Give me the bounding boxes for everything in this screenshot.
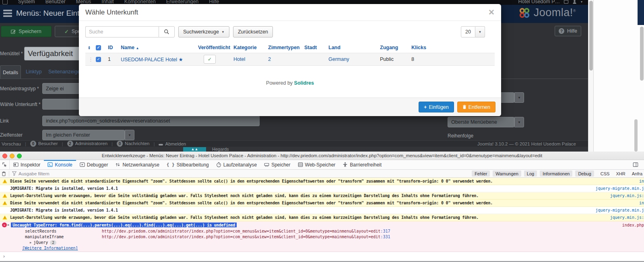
pencil-square-icon <box>11 29 16 34</box>
tab-netzwerkanalyse[interactable]: Netzwerkanalyse <box>111 160 163 169</box>
filter-informationen-button[interactable]: Informationen <box>540 171 572 177</box>
filter-anfragen-button[interactable]: Anfra <box>632 171 642 176</box>
parent-menu-select[interactable]: Oberste Menüebene <box>448 117 514 127</box>
filter-debug-button[interactable]: Debug <box>575 171 594 177</box>
page-size-select[interactable]: 20 ▼ <box>461 26 485 37</box>
console-source-link[interactable]: jquery-migrate.min.j <box>596 186 644 191</box>
save-button[interactable]: Speichern <box>1 26 52 37</box>
column-country[interactable]: Land <box>328 45 380 50</box>
background-window-header <box>638 0 644 25</box>
caret-down-icon[interactable]: ▼ <box>125 130 134 140</box>
row-checkbox[interactable] <box>96 57 101 62</box>
stack-frame: manipulateIframehttp://dev.priedom.com/a… <box>0 234 644 240</box>
close-icon[interactable]: ✕ <box>488 8 495 17</box>
window-zoom-button[interactable] <box>17 154 22 158</box>
tab-web-speicher[interactable]: Web-Speicher <box>294 160 339 169</box>
clear-console-icon[interactable] <box>2 171 6 176</box>
tab-konsole[interactable]: Konsole <box>44 160 76 169</box>
tab-stilbearbeitung[interactable]: { } Stilbearbeitung <box>163 160 213 169</box>
network-icon <box>115 162 120 167</box>
row-category-link[interactable]: Hotel <box>233 56 268 62</box>
scrollbar-thumb[interactable] <box>589 1 593 71</box>
window-minimize-button[interactable] <box>10 154 14 158</box>
console-source-link[interactable]: in <box>639 201 644 205</box>
console-source-link[interactable]: jquery-migrate.min.j <box>596 208 644 212</box>
console-output: ! Diese Seite verwendet die nicht standa… <box>0 178 644 261</box>
column-name[interactable]: Name ▲ <box>121 45 198 50</box>
stack-source-link[interactable]: http://dev.priedom.com/administrator/ind… <box>102 235 380 239</box>
column-id[interactable]: ID <box>108 45 121 50</box>
column-category[interactable]: Kategorie <box>233 45 268 50</box>
remove-button[interactable]: Entfernen <box>457 102 495 112</box>
statusbar-admins[interactable]: 2Administratoren <box>67 141 108 147</box>
filter-warnungen-button[interactable]: Warnungen <box>493 171 521 177</box>
reset-button[interactable]: Zurücksetzen <box>233 26 273 37</box>
column-city[interactable]: Stadt <box>304 45 328 50</box>
menubar-item-system[interactable]: System <box>18 0 35 4</box>
background-scrollbar-thumb[interactable] <box>634 119 638 152</box>
stack-frame: selectRecordshttp://dev.priedom.com/admi… <box>0 229 644 234</box>
target-window-select[interactable]: Im gleichen Fenster <box>42 130 125 140</box>
console-source-link[interactable]: in <box>639 179 644 183</box>
search-tools-button[interactable]: Suchwerkzeuge ▼ <box>178 26 229 37</box>
tab-linktyp[interactable]: Linktyp <box>26 69 42 75</box>
tab-laufzeitanalyse[interactable]: Laufzeitanalyse <box>213 160 260 169</box>
browser-scrollbar[interactable] <box>588 0 593 152</box>
tab-debugger[interactable]: Debugger <box>76 160 112 169</box>
column-roomtypes[interactable]: Zimmertypen <box>268 45 304 50</box>
select-all-checkbox[interactable] <box>96 45 101 50</box>
background-scrollbar-thumb[interactable] <box>640 27 644 81</box>
column-clicks[interactable]: Klicks <box>411 45 495 50</box>
error-source-link[interactable]: index.php <box>622 223 644 227</box>
tab-speicher[interactable]: Speicher <box>260 160 294 169</box>
column-access[interactable]: Zugang <box>380 45 411 50</box>
memory-icon <box>264 162 269 167</box>
more-information-link[interactable]: [Weitere Informationen] <box>22 246 78 250</box>
tab-barrierefreiheit[interactable]: Barrierefreiheit <box>339 160 385 169</box>
insert-button[interactable]: +Einfügen <box>419 102 454 112</box>
console-message-text: Diese Seite verwendet die nicht standard… <box>10 179 639 183</box>
caret-down-icon[interactable]: ▼ <box>514 92 524 103</box>
tab-inspektor[interactable]: Inspektor <box>10 160 44 169</box>
statusbar-visitors[interactable]: 0Besucher <box>30 141 58 147</box>
stack-source-link[interactable]: http://dev.priedom.com/administrator/ind… <box>102 229 380 233</box>
filter-log-button[interactable]: Log <box>524 171 537 177</box>
row-access: Public <box>380 56 411 62</box>
link-input[interactable]: index.php?option=com_solidres&view=reser… <box>42 116 260 126</box>
column-published[interactable]: Veröffentlicht <box>198 45 233 50</box>
console-warning-row: ! Layout-Darstellung wurde erzwungen, be… <box>0 192 644 200</box>
solidres-link[interactable]: Solidres <box>294 80 314 86</box>
search-input[interactable] <box>85 26 159 37</box>
console-input-row[interactable]: › <box>0 252 644 261</box>
row-roomtypes-link[interactable]: 2 <box>268 56 304 62</box>
filter-fehler-button[interactable]: Fehler <box>472 171 490 177</box>
tab-details[interactable]: Details <box>0 65 21 79</box>
menubar-site-link[interactable]: Hotel Usedom P… <box>518 0 560 4</box>
console-log-row: JQMIGRATE: Migrate is installed, version… <box>0 185 644 192</box>
filter-xhr-button[interactable]: XHR <box>616 171 625 176</box>
statusbar-logout[interactable]: Abmelden <box>159 141 186 146</box>
sort-icon[interactable]: ▲▼ <box>85 46 96 50</box>
row-name-link[interactable]: USEDOM-PALACE Hotel ★ <box>121 56 198 62</box>
statusbar-messages[interactable]: 0Nachrichten <box>117 141 149 147</box>
caret-down-icon[interactable]: ▼ <box>514 117 524 127</box>
console-source-link[interactable]: jquery.min.js: <box>610 215 644 220</box>
row-country-link[interactable]: Germany <box>328 56 380 62</box>
filter-css-button[interactable]: CSS <box>601 171 610 176</box>
warning-icon: ! <box>2 215 8 220</box>
help-button[interactable]: ? Hilfe <box>555 26 581 36</box>
search-button[interactable] <box>159 26 175 37</box>
menu-item-type-label: Menüeintragstyp * <box>0 86 39 91</box>
expand-caret-icon[interactable]: ▶ <box>8 223 9 227</box>
expand-caret-icon[interactable]: ▶ <box>30 240 31 245</box>
node-picker-icon[interactable] <box>0 160 10 169</box>
window-close-button[interactable] <box>2 154 7 158</box>
published-toggle-button[interactable]: ✓ <box>204 55 216 64</box>
drag-handle-icon[interactable]: ⋮ <box>85 56 96 62</box>
tab-seitenanzeige[interactable]: Seitenanzeige <box>48 69 80 75</box>
menubar-item-benutzer[interactable]: Benutzer <box>45 0 66 4</box>
split-console-icon[interactable] <box>633 162 638 167</box>
statusbar-preview-link[interactable]: Vorschau <box>2 141 21 146</box>
console-source-link[interactable]: jquery.min.js: <box>610 193 644 198</box>
filter-input[interactable]: Ausgabe filtern <box>19 171 50 176</box>
